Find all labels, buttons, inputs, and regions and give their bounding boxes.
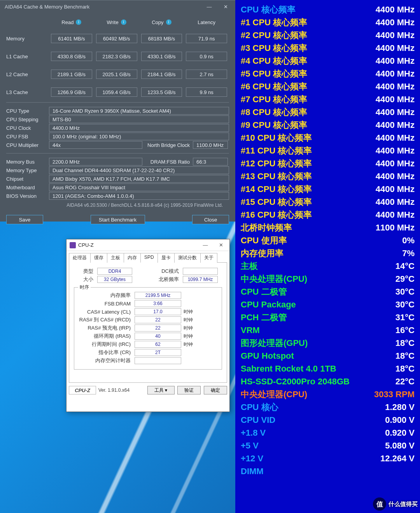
- monitor-row: #10 CPU 核心频率4400 MHz: [241, 131, 415, 144]
- save-button[interactable]: Save: [6, 215, 43, 224]
- cell-latency[interactable]: 71.9 ns: [186, 34, 227, 43]
- monitor-row: #9 CPU 核心频率4400 MHz: [241, 119, 415, 131]
- tab-关于[interactable]: 关于: [200, 253, 217, 263]
- cell-copy[interactable]: 2184.1 GB/s: [141, 70, 182, 79]
- cell-latency[interactable]: 2.7 ns: [186, 70, 227, 79]
- value-type: DDR4: [97, 268, 132, 275]
- monitor-row: #4 CPU 核心频率4400 MHz: [241, 54, 415, 67]
- monitor-row: +12 V12.264 V: [241, 452, 415, 465]
- cpuz-title: CPU-Z: [78, 242, 198, 248]
- aida-button-bar: Save Start Benchmark Close: [0, 215, 235, 230]
- monitor-row: 中央处理器(CPU)29°C: [241, 272, 415, 285]
- tab-主板[interactable]: 主板: [107, 253, 124, 263]
- timings-group: 时序 内存频率 2199.5 MHz FSB:DRAM 3:66 CAS# La…: [74, 287, 222, 370]
- cell-read[interactable]: 1266.9 GB/s: [51, 87, 92, 97]
- monitor-row: #1 CPU 核心频率4400 MHz: [241, 16, 415, 29]
- cell-latency[interactable]: 9.9 ns: [186, 87, 227, 97]
- label-nbfreq: 北桥频率: [156, 276, 183, 283]
- minimize-icon[interactable]: —: [198, 240, 213, 250]
- cell-write[interactable]: 1059.4 GB/s: [96, 87, 137, 97]
- col-write: Write: [107, 19, 119, 25]
- timing-row: FSB:DRAM 3:66: [78, 300, 218, 307]
- tab-显卡[interactable]: 显卡: [158, 253, 175, 263]
- cell-read[interactable]: 4330.8 GB/s: [51, 52, 92, 61]
- monitor-row: 图形处理器(GPU)18°C: [241, 337, 415, 349]
- minimize-icon[interactable]: —: [201, 1, 217, 12]
- timing-row: 行周期时间 (tRC) 62 时钟: [78, 341, 218, 348]
- cell-copy[interactable]: 4330.1 GB/s: [141, 52, 182, 61]
- cell-read[interactable]: 2189.1 GB/s: [51, 70, 92, 79]
- monitor-row: #7 CPU 核心频率4400 MHz: [241, 93, 415, 106]
- monitor-row: 内存使用率7%: [241, 247, 415, 260]
- cell-read[interactable]: 61401 MB/s: [51, 34, 92, 43]
- aida-row: L2 Cache 2189.1 GB/s 2025.1 GB/s 2184.1 …: [6, 68, 229, 80]
- monitor-row: GPU Hotspot18°C: [241, 349, 415, 362]
- cell-write[interactable]: 2025.1 GB/s: [96, 70, 137, 79]
- monitor-panel: CPU 核心频率4400 MHz#1 CPU 核心频率4400 MHz#2 CP…: [235, 0, 420, 513]
- group-title: 时序: [78, 284, 91, 291]
- kv-row: MotherboardAsus ROG Crosshair VIII Impac…: [6, 183, 229, 192]
- info-icon[interactable]: i: [121, 19, 126, 25]
- timing-row: 指令比率 (CR) 2T: [78, 349, 218, 356]
- cpuz-version: Ver. 1.91.0.x64: [98, 387, 130, 393]
- monitor-row: CPU 核心1.280 V: [241, 401, 415, 414]
- monitor-row: #6 CPU 核心频率4400 MHz: [241, 80, 415, 93]
- cell-write[interactable]: 60492 MB/s: [96, 34, 137, 43]
- ok-button[interactable]: 确定: [204, 386, 227, 394]
- close-button[interactable]: Close: [192, 215, 229, 224]
- tab-内存[interactable]: 内存: [124, 253, 141, 263]
- aida-row: L1 Cache 4330.8 GB/s 2182.3 GB/s 4330.1 …: [6, 50, 229, 63]
- tools-button[interactable]: 工具 ▾: [147, 386, 175, 394]
- value-size: 32 GBytes: [97, 276, 132, 283]
- monitor-row: #13 CPU 核心频率4400 MHz: [241, 170, 415, 183]
- cpuz-titlebar[interactable]: CPU-Z — ✕: [66, 239, 229, 251]
- monitor-row: CPU Package30°C: [241, 298, 415, 311]
- monitor-row: +1.8 V0.920 V: [241, 426, 415, 439]
- kv-row: ChipsetAMD Bixby X570, AMD K17.7 FCH, AM…: [6, 174, 229, 183]
- monitor-row: +5 V5.080 V: [241, 439, 415, 452]
- monitor-row: #2 CPU 核心频率4400 MHz: [241, 29, 415, 42]
- cell-write[interactable]: 2182.3 GB/s: [96, 52, 137, 61]
- monitor-row: #12 CPU 核心频率4400 MHz: [241, 157, 415, 170]
- monitor-row: CPU 核心频率4400 MHz: [241, 3, 415, 16]
- row-label: Memory: [6, 36, 49, 42]
- close-icon[interactable]: ✕: [213, 240, 229, 250]
- kv-row: CPU Type16-Core AMD Ryzen 9 3950X (Matis…: [6, 106, 229, 115]
- monitor-row: HS-SSD-C2000Pro 2048GB22°C: [241, 375, 415, 388]
- kv-row: Memory Bus2200.0 MHzDRAM:FSB Ratio66:3: [6, 157, 229, 166]
- close-icon[interactable]: ✕: [217, 1, 234, 12]
- tab-处理器[interactable]: 处理器: [69, 253, 91, 263]
- tab-缓存[interactable]: 缓存: [90, 253, 107, 263]
- kv-row: CPU Clock4400.0 MHz: [6, 124, 229, 132]
- cell-copy[interactable]: 68183 MB/s: [141, 34, 182, 43]
- monitor-row: VRM16°C: [241, 324, 415, 337]
- monitor-row: 主板14°C: [241, 260, 415, 272]
- cpuz-icon: [70, 242, 76, 248]
- aida-row: L3 Cache 1266.9 GB/s 1059.4 GB/s 1233.5 …: [6, 86, 229, 98]
- value-dcmode: [183, 268, 218, 275]
- monitor-row: #15 CPU 核心频率4400 MHz: [241, 195, 415, 208]
- timing-row: 内存空闲计时器: [78, 357, 218, 364]
- start-benchmark-button[interactable]: Start Benchmark: [91, 215, 145, 224]
- monitor-row: DIMM: [241, 465, 415, 478]
- kv-row: CPU Multiplier44xNorth Bridge Clock1100.…: [6, 141, 229, 149]
- kv-row: Memory TypeDual Channel DDR4-4400 SDRAM …: [6, 166, 229, 174]
- monitor-row: #8 CPU 核心频率4400 MHz: [241, 106, 415, 119]
- monitor-row: 北桥时钟频率1100 MHz: [241, 221, 415, 234]
- tab-SPD[interactable]: SPD: [140, 253, 158, 263]
- info-icon[interactable]: i: [76, 19, 81, 25]
- monitor-row: 中央处理器(CPU)3033 RPM: [241, 388, 415, 401]
- label-dcmode: DC模式: [156, 268, 183, 275]
- row-label: L3 Cache: [6, 89, 49, 95]
- aida-titlebar[interactable]: AIDA64 Cache & Memory Benchmark — ✕: [0, 0, 235, 13]
- info-icon[interactable]: i: [166, 19, 172, 25]
- aida-body: Readi Writei Copyi Latency Memory 61401 …: [0, 13, 235, 215]
- verify-button[interactable]: 验证: [177, 386, 201, 394]
- cell-latency[interactable]: 0.9 ns: [186, 52, 227, 61]
- cell-copy[interactable]: 1233.5 GB/s: [141, 87, 182, 97]
- col-copy: Copy: [152, 19, 163, 25]
- kv-row: BIOS Version1201 (AGESA: Combo-AM4 1.0.0…: [6, 192, 229, 200]
- monitor-row: #14 CPU 核心频率4400 MHz: [241, 183, 415, 195]
- label-size: 大小: [74, 276, 97, 283]
- tab-测试分数[interactable]: 测试分数: [174, 253, 201, 263]
